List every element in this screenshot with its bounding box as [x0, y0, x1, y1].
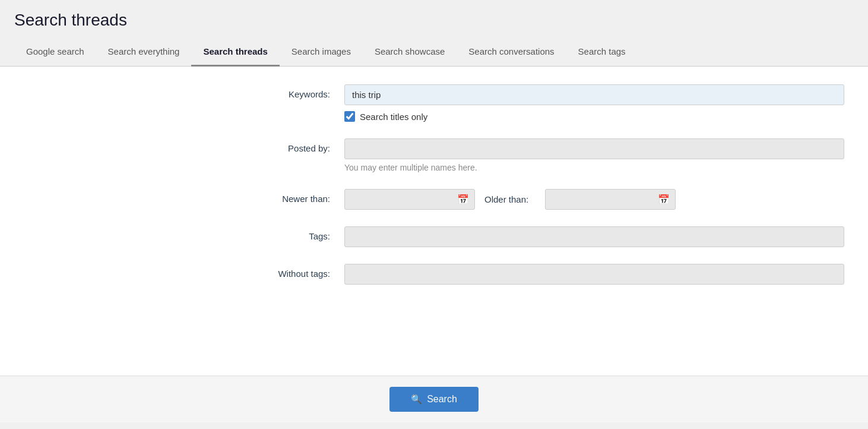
- tags-row: Tags:: [24, 226, 844, 247]
- without-tags-control: [344, 264, 844, 285]
- newer-than-wrap: 📅: [344, 189, 475, 210]
- older-than-label: Older than:: [484, 194, 536, 204]
- older-than-wrap: 📅: [545, 189, 676, 210]
- posted-by-label: Posted by:: [24, 138, 344, 153]
- keywords-label: Keywords:: [24, 84, 344, 99]
- tab-search-conversations[interactable]: Search conversations: [457, 38, 566, 67]
- tags-label: Tags:: [24, 226, 344, 241]
- tab-search-images[interactable]: Search images: [280, 38, 363, 67]
- date-inputs-row: 📅 Older than: 📅: [344, 189, 844, 210]
- tab-search-showcase[interactable]: Search showcase: [363, 38, 457, 67]
- without-tags-input[interactable]: [344, 264, 844, 285]
- without-tags-label: Without tags:: [24, 264, 344, 279]
- search-icon: 🔍: [411, 394, 422, 405]
- date-row: Newer than: 📅 Older than: 📅: [24, 189, 844, 210]
- page-header: Search threads: [0, 0, 868, 38]
- tags-control: [344, 226, 844, 247]
- search-titles-only-row: Search titles only: [344, 111, 844, 122]
- tab-search-threads[interactable]: Search threads: [191, 38, 279, 67]
- tab-search-everything[interactable]: Search everything: [96, 38, 192, 67]
- search-titles-only-label[interactable]: Search titles only: [360, 112, 427, 122]
- tags-input[interactable]: [344, 226, 844, 247]
- posted-by-row: Posted by: You may enter multiple names …: [24, 138, 844, 172]
- search-button-label: Search: [427, 394, 457, 405]
- keywords-input[interactable]: [344, 84, 844, 105]
- newer-than-input[interactable]: [344, 189, 475, 210]
- keywords-control: Search titles only: [344, 84, 844, 122]
- tab-google-search[interactable]: Google search: [14, 38, 96, 67]
- form-area: Keywords: Search titles only Posted by: …: [0, 67, 868, 319]
- date-controls: 📅 Older than: 📅: [344, 189, 844, 210]
- footer-bar: 🔍 Search: [0, 376, 868, 422]
- newer-than-label: Newer than:: [24, 189, 344, 204]
- posted-by-helper: You may enter multiple names here.: [344, 163, 844, 172]
- keywords-row: Keywords: Search titles only: [24, 84, 844, 122]
- tab-search-tags[interactable]: Search tags: [566, 38, 638, 67]
- posted-by-input[interactable]: [344, 138, 844, 159]
- search-button[interactable]: 🔍 Search: [389, 387, 479, 412]
- main-content: Keywords: Search titles only Posted by: …: [0, 67, 868, 376]
- older-than-input[interactable]: [545, 189, 676, 210]
- tabs-bar: Google search Search everything Search t…: [0, 38, 868, 67]
- without-tags-row: Without tags:: [24, 264, 844, 285]
- search-titles-only-checkbox[interactable]: [344, 111, 355, 122]
- posted-by-control: You may enter multiple names here.: [344, 138, 844, 172]
- page-title: Search threads: [14, 11, 854, 30]
